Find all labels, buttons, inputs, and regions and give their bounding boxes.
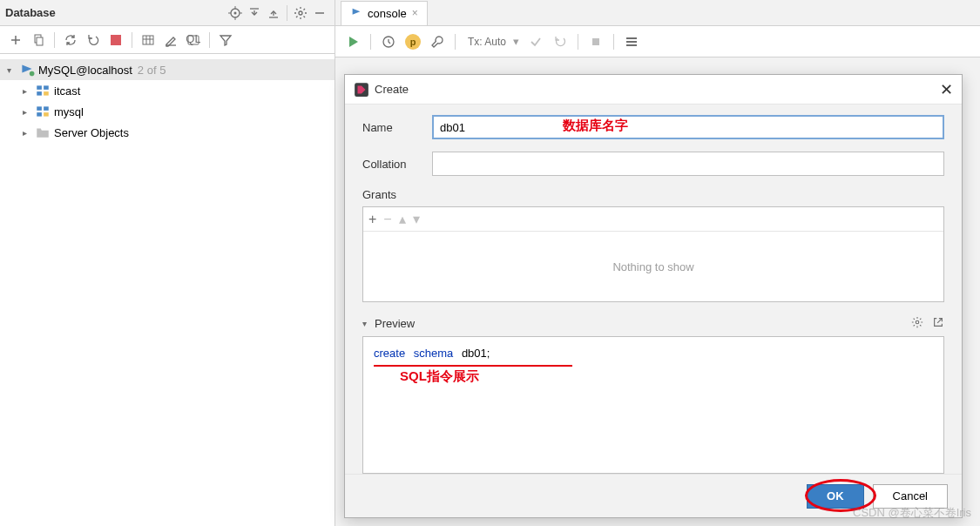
- tree-node-meta: 2 of 5: [138, 64, 166, 77]
- minimize-icon[interactable]: [310, 3, 329, 23]
- dialog-footer: OK Cancel: [345, 474, 962, 517]
- sql-identifier: db01: [462, 347, 487, 360]
- folder-icon: [35, 125, 51, 140]
- tab-console[interactable]: console ×: [341, 1, 428, 25]
- history-icon[interactable]: [378, 31, 399, 52]
- dialog-titlebar: Create ✕: [345, 75, 962, 105]
- svg-rect-36: [626, 44, 637, 46]
- sql-keyword: schema: [414, 347, 454, 360]
- grants-box: + − ▴ ▾ Nothing to show: [362, 206, 944, 302]
- copy-icon[interactable]: [28, 30, 49, 51]
- svg-rect-24: [37, 85, 42, 90]
- chevron-right-icon[interactable]: ▸: [23, 128, 35, 138]
- svg-rect-35: [626, 41, 637, 43]
- collation-input[interactable]: [432, 152, 944, 176]
- close-icon[interactable]: ×: [412, 7, 418, 19]
- separator: [132, 32, 132, 48]
- svg-rect-31: [44, 112, 49, 117]
- sql-keyword: create: [374, 347, 405, 360]
- annotation-sql: SQL指令展示: [400, 368, 479, 385]
- separator: [578, 34, 578, 50]
- up-icon[interactable]: ▴: [399, 211, 406, 227]
- add-icon[interactable]: +: [368, 212, 376, 227]
- close-icon[interactable]: ✕: [940, 80, 953, 99]
- sql-console-icon[interactable]: QL: [183, 30, 204, 51]
- grants-toolbar: + − ▴ ▾: [363, 207, 943, 232]
- refresh-icon[interactable]: [60, 30, 81, 51]
- tree-node-label: itcast: [54, 84, 80, 98]
- rollback-icon[interactable]: [83, 30, 104, 51]
- svg-rect-28: [37, 106, 42, 111]
- cancel-button[interactable]: Cancel: [873, 484, 948, 509]
- stop-icon[interactable]: [585, 31, 606, 52]
- tree-item-itcast[interactable]: ▸ itcast: [0, 80, 335, 101]
- collapse-down-icon[interactable]: [245, 3, 264, 23]
- preview-label: Preview: [375, 317, 911, 330]
- chevron-down-icon[interactable]: ▾: [7, 65, 19, 75]
- svg-rect-29: [44, 106, 49, 111]
- panel-header: Database: [0, 0, 335, 26]
- svg-rect-30: [37, 112, 42, 117]
- collapse-up-icon[interactable]: [264, 3, 283, 23]
- schema-icon: [35, 83, 51, 98]
- tab-bar: console ×: [335, 0, 980, 26]
- tree-item-mysql[interactable]: ▸ mysql: [0, 101, 335, 122]
- edit-icon[interactable]: [160, 30, 181, 51]
- separator: [287, 5, 287, 21]
- svg-rect-26: [37, 91, 42, 96]
- tree-root[interactable]: ▾ MySQL@localhost 2 of 5: [0, 59, 335, 80]
- svg-point-1: [234, 11, 237, 14]
- down-icon[interactable]: ▾: [413, 211, 420, 227]
- console-icon: [350, 6, 362, 21]
- tree-node-label: MySQL@localhost: [38, 64, 132, 77]
- separator: [54, 32, 55, 48]
- chevron-down-icon[interactable]: ▾: [510, 31, 522, 52]
- open-external-icon[interactable]: [932, 316, 944, 331]
- chevron-right-icon[interactable]: ▸: [23, 107, 35, 117]
- add-icon[interactable]: [5, 30, 26, 51]
- grants-label: Grants: [362, 188, 944, 201]
- filter-icon[interactable]: [215, 30, 236, 51]
- sql-tail: ;: [487, 347, 490, 360]
- tree-item-server-objects[interactable]: ▸ Server Objects: [0, 122, 335, 143]
- chevron-right-icon[interactable]: ▸: [23, 86, 35, 96]
- dialog-body: Name 数据库名字 Collation Grants + − ▴ ▾ Noth…: [345, 105, 962, 474]
- rollback-icon[interactable]: [550, 31, 571, 52]
- gear-icon[interactable]: [911, 316, 923, 331]
- tree-node-label: Server Objects: [54, 126, 129, 139]
- tab-label: console: [368, 7, 407, 20]
- tx-mode-label[interactable]: Tx: Auto: [468, 36, 506, 48]
- view-icon[interactable]: [621, 31, 642, 52]
- stop-icon[interactable]: [105, 30, 126, 51]
- ok-button[interactable]: OK: [807, 484, 864, 509]
- chevron-down-icon[interactable]: ▾: [362, 319, 375, 328]
- p-badge-icon[interactable]: p: [402, 31, 423, 52]
- svg-rect-33: [592, 38, 599, 45]
- collation-row: Collation: [362, 152, 944, 176]
- separator: [613, 34, 614, 50]
- database-tree: ▾ MySQL@localhost 2 of 5 ▸ itcast ▸ mysq…: [0, 54, 335, 148]
- separator: [455, 34, 456, 50]
- name-input[interactable]: [432, 115, 944, 139]
- annotation-underline: [374, 365, 572, 367]
- separator: [209, 32, 210, 48]
- gear-icon[interactable]: [291, 3, 310, 23]
- name-row: Name 数据库名字: [362, 115, 944, 139]
- table-icon[interactable]: [138, 30, 159, 51]
- remove-icon[interactable]: −: [383, 212, 391, 227]
- wrench-icon[interactable]: [427, 31, 448, 52]
- schema-icon: [35, 104, 51, 119]
- svg-rect-34: [626, 37, 637, 39]
- create-dialog: Create ✕ Name 数据库名字 Collation Grants + −…: [344, 74, 963, 518]
- commit-icon[interactable]: [525, 31, 546, 52]
- panel-toolbar: QL: [0, 26, 335, 54]
- target-icon[interactable]: [226, 3, 245, 23]
- app-icon: [354, 82, 369, 98]
- run-icon[interactable]: [342, 31, 363, 52]
- tree-node-label: mysql: [54, 105, 84, 118]
- svg-rect-27: [44, 91, 49, 96]
- datasource-icon: [19, 62, 35, 78]
- svg-rect-25: [44, 85, 49, 90]
- svg-text:QL: QL: [186, 33, 200, 45]
- svg-point-10: [299, 11, 302, 15]
